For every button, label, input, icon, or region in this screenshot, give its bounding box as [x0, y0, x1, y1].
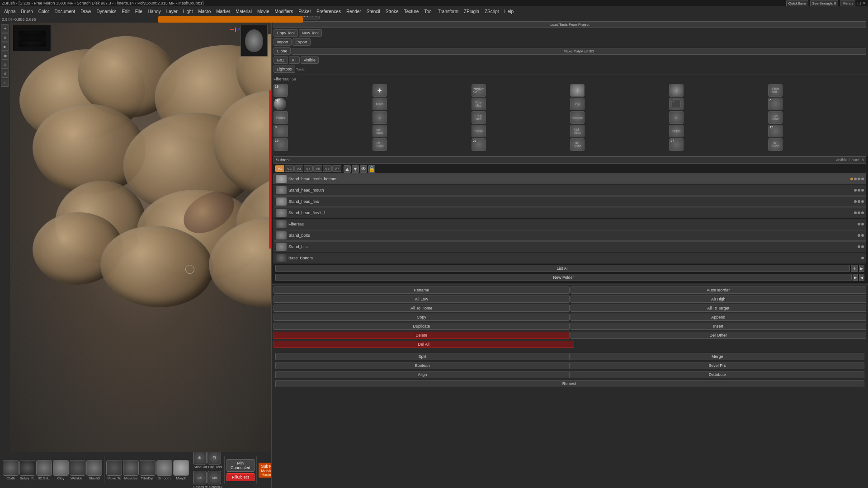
load-tools-project-button[interactable]: Load Tools From Project	[274, 21, 866, 28]
merge-button[interactable]: Merge	[571, 353, 865, 360]
subtool-item-mouth[interactable]: Stand_head_mouth	[274, 185, 866, 196]
all-button[interactable]: All	[289, 56, 300, 64]
all-to-target-button[interactable]: All To Target	[571, 305, 867, 312]
left-tool-7[interactable]: ⊟	[1, 79, 9, 87]
menu-layer[interactable]: Layer	[164, 8, 180, 15]
split-button[interactable]: Split	[275, 353, 570, 360]
del-all-button[interactable]: Del All	[274, 341, 574, 348]
make-polymesh-button[interactable]: Make PolyMesh3D	[292, 48, 866, 55]
tool-grid-item-3[interactable]: ↑	[570, 84, 585, 97]
brush-wrinkle[interactable]	[70, 460, 85, 476]
all-to-home-button[interactable]: All To Home	[274, 305, 570, 312]
tool-grid-item-fibers51[interactable]: Fibers51	[570, 138, 585, 151]
tool-grid-item-sphere[interactable]: Sph	[274, 98, 286, 110]
distribute-button[interactable]: Distribute	[571, 371, 865, 378]
clone-button[interactable]: Clone	[274, 47, 291, 55]
menu-help[interactable]: Help	[502, 8, 516, 15]
brush-move[interactable]	[106, 460, 122, 476]
menu-draw[interactable]: Draw	[78, 8, 93, 15]
min-connected-button[interactable]: Min Connected	[226, 459, 255, 472]
copy-button[interactable]: Copy	[274, 314, 570, 321]
tool-grid-item-2[interactable]: ✦	[373, 84, 387, 97]
visible-button[interactable]: Visible	[301, 56, 319, 64]
tool-grid-item-fibers[interactable]: Fibers60	[768, 84, 783, 97]
tool-grid-item-polysimple[interactable]: PolySimple	[472, 84, 486, 97]
brush-intensity-bar[interactable]	[158, 16, 303, 23]
menu-alpha[interactable]: Alpha	[2, 8, 18, 15]
menu-tool[interactable]: Tool	[422, 8, 434, 15]
tool-grid-item-1[interactable]: 19	[274, 84, 288, 97]
brush-clay[interactable]	[53, 460, 69, 476]
vbtn-v5[interactable]: V5	[313, 165, 322, 172]
brush-selwy2[interactable]	[36, 460, 52, 476]
menu-brush[interactable]: Brush	[19, 8, 35, 15]
list-all-button[interactable]: List All	[275, 265, 850, 272]
tool-grid-item-forms[interactable]: Forms	[274, 111, 288, 124]
new-folder-button[interactable]: New Folder	[275, 274, 852, 281]
tool-grid-item-msc1[interactable]: Msc1	[373, 98, 387, 110]
menu-document[interactable]: Document	[52, 8, 78, 15]
vbtn-v6[interactable]: V6	[323, 165, 332, 172]
append-button[interactable]: Append	[571, 314, 867, 321]
subtool-item-teeth[interactable]: Stand_head_teeth_bottom_	[274, 174, 866, 184]
menu-light[interactable]: Light	[181, 8, 195, 15]
tool-grid-item-uploads2[interactable]: Uploads	[570, 125, 585, 137]
menu-transform[interactable]: Transform	[436, 8, 461, 15]
tool-grid-item-3-count[interactable]: 3	[274, 125, 288, 137]
vbtn-v3[interactable]: V3	[294, 165, 303, 172]
remesh-button[interactable]: Remesh	[275, 380, 864, 387]
tool-grid-item-cyl[interactable]: Cyl	[570, 98, 585, 110]
delete-button[interactable]: Delete	[274, 332, 570, 339]
left-tool-5[interactable]: ⊞	[1, 61, 9, 69]
subtool-item-base-bottom[interactable]: Base_Bottom	[274, 253, 866, 263]
brush-smooth1[interactable]	[156, 460, 172, 476]
vbtn-v2[interactable]: V2	[285, 165, 294, 172]
subtool-master-button[interactable]: SubTool Master Master ▼	[259, 463, 271, 478]
brush-stash[interactable]	[86, 460, 102, 476]
vbtn-v4[interactable]: V4	[304, 165, 313, 172]
import-button[interactable]: Import	[274, 38, 292, 46]
brush-select2[interactable]: Sel	[208, 471, 221, 484]
brush-selwy1[interactable]	[19, 460, 35, 476]
boolean-button[interactable]: Boolean	[275, 362, 570, 369]
tool-grid-item-pm30-2[interactable]: PM30	[669, 125, 684, 137]
tool-grid-item-c[interactable]: C	[373, 111, 387, 124]
tool-grid-item-12[interactable]: 12	[768, 125, 783, 137]
3d-model-view[interactable]	[10, 23, 271, 452]
auto-reorder-button[interactable]: AutoReorder	[571, 286, 867, 294]
subtool-item-fins1[interactable]: Stand_head_fins1_1	[274, 207, 866, 218]
tool-grid-item-4[interactable]: ⋮	[669, 84, 684, 97]
tool-grid-item-fibers55[interactable]: Fibers55	[768, 138, 783, 151]
subtool-arrow-button[interactable]: ▶	[859, 265, 864, 272]
goz-button[interactable]: GoZ	[274, 56, 288, 64]
brush-clip2[interactable]: ⊟	[208, 452, 221, 465]
tool-grid-item-polymsc[interactable]: PolyMsc	[472, 98, 486, 110]
tool-grid-item-19[interactable]: 19	[274, 138, 288, 151]
brush-morph[interactable]	[173, 460, 189, 476]
left-tool-2[interactable]: ⊕	[1, 33, 9, 42]
insert-button[interactable]: Insert	[571, 323, 867, 330]
del-other-button[interactable]: Del Other	[571, 332, 867, 339]
align-button[interactable]: Align	[275, 371, 570, 378]
tool-grid-item-c2[interactable]: C	[669, 111, 684, 124]
tool-grid-item-26[interactable]: 26	[472, 138, 486, 151]
viewport-navigator[interactable]	[241, 25, 268, 56]
menu-zscript[interactable]: ZScript	[482, 8, 501, 15]
subtool-item-bolts[interactable]: Stand_bolts	[274, 230, 866, 241]
menu-picker[interactable]: Picker	[296, 8, 313, 15]
rename-button[interactable]: Rename	[274, 286, 570, 294]
duplicate-button[interactable]: Duplicate	[274, 323, 570, 330]
all-high-button[interactable]: AlI High	[571, 296, 867, 303]
menu-material[interactable]: Material	[233, 8, 254, 15]
tool-grid-item-cube[interactable]: ⬛	[669, 98, 684, 110]
subtool-item-bits[interactable]: Stand_bits	[274, 241, 866, 252]
vbtn-v1[interactable]: V1	[275, 165, 284, 172]
brush-trimdyn[interactable]	[140, 460, 156, 476]
tool-grid-item-fibers60[interactable]: Fibers60	[373, 138, 387, 151]
canvas-viewport[interactable]	[10, 23, 271, 452]
copy-tool-button[interactable]: Copy Tool	[274, 29, 298, 37]
left-tool-3[interactable]: ▶	[1, 42, 9, 51]
subtool-lock[interactable]: 🔒	[368, 165, 375, 173]
left-tool-6[interactable]: ↺	[1, 70, 9, 78]
menu-preferences[interactable]: Preferences	[314, 8, 343, 15]
